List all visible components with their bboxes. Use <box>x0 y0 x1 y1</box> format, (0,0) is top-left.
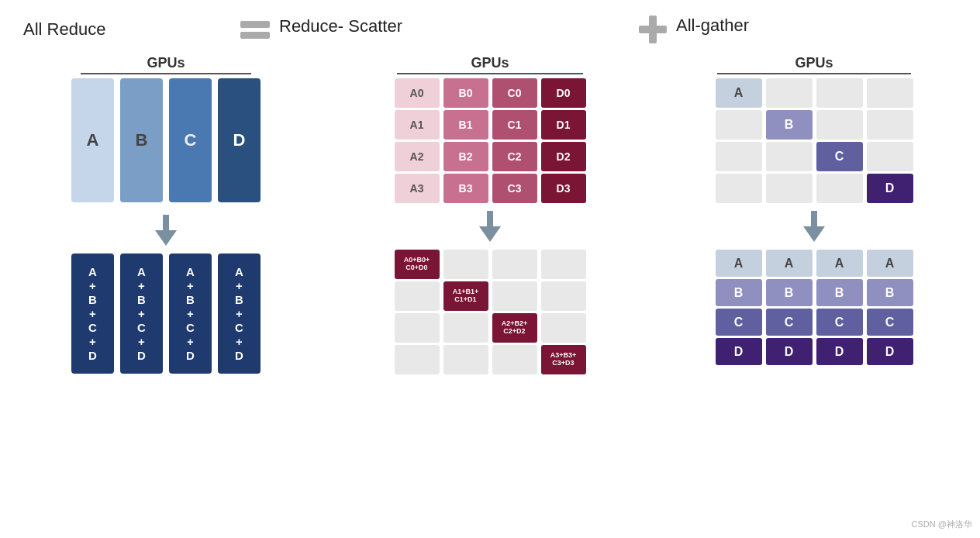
ag-bottom-0-d: D <box>716 338 762 365</box>
ag-top-2-2: C <box>816 142 863 171</box>
all-reduce-title: All Reduce <box>16 19 105 39</box>
equals-bar-top <box>240 21 270 28</box>
rs-col-d: D0 D1 D2 D3 <box>541 78 586 203</box>
ag-bottom-3-a: A <box>867 250 913 277</box>
ag-bottom-1-b: B <box>766 279 813 306</box>
rs-result-2-0 <box>492 250 537 279</box>
rs-cell-c3: C3 <box>492 174 537 203</box>
ag-bottom-1-a: A <box>766 250 813 277</box>
ar-gpu-box-b: B <box>120 78 163 202</box>
equals-icon <box>240 21 270 39</box>
rs-top-grid: A0 A1 A2 A3 B0 B1 B2 B3 C0 C1 C2 C3 D0 <box>395 78 586 203</box>
rs-cell-b1: B1 <box>443 110 488 140</box>
ag-top-col-1: B <box>766 78 813 203</box>
rs-cell-d2: D2 <box>541 142 586 171</box>
rs-result-0-3 <box>395 345 440 374</box>
rs-bottom-col-2: A2+B2+C2+D2 <box>492 250 537 374</box>
all-gather-section: GPUs A B C <box>640 55 964 365</box>
reduce-scatter-title-block: Reduce- Scatter <box>240 16 402 43</box>
ag-gpus-label: GPUs <box>795 55 833 71</box>
ag-bottom-grid: A B C D A B C D A B C D A B <box>716 250 913 365</box>
ag-top-grid: A B C <box>716 78 913 203</box>
main-content: GPUs A B C D A+B+C+D A+B+C+D A+B+C+D A+B… <box>0 43 980 378</box>
rs-gpus-label-wrap: GPUs <box>340 55 640 74</box>
ag-bottom-2-a: A <box>816 250 863 277</box>
rs-result-0-1 <box>395 281 440 311</box>
ag-top-1-1: B <box>766 110 813 140</box>
rs-gpus-line <box>397 73 583 74</box>
rs-gpus-label: GPUs <box>471 55 509 71</box>
ag-top-1-3 <box>766 174 813 203</box>
all-reduce-top-row: A B C D <box>71 78 261 202</box>
rs-bottom-grid: A0+B0+C0+D0 A1+B1+C1+D1 A2+B2+C2+D2 <box>395 250 586 374</box>
rs-result-1-1: A1+B1+C1+D1 <box>443 281 488 311</box>
ag-bottom-col-0: A B C D <box>716 250 762 365</box>
ar-result-box-2: A+B+C+D <box>120 253 163 374</box>
reduce-scatter-section: GPUs A0 A1 A2 A3 B0 B1 B2 B3 C0 C1 <box>316 55 640 374</box>
equals-bar-bottom <box>240 32 270 39</box>
reduce-scatter-title: Reduce- Scatter <box>279 16 402 36</box>
ar-gpu-box-a: A <box>71 78 114 202</box>
ag-bottom-col-2: A B C D <box>816 250 863 365</box>
plus-vertical <box>649 16 657 43</box>
rs-result-3-0 <box>541 250 586 279</box>
ag-bottom-3-c: C <box>867 309 913 336</box>
all-reduce-gpus-label: GPUs <box>147 55 185 71</box>
ag-gpus-line <box>717 73 911 74</box>
rs-cell-a3: A3 <box>395 174 440 203</box>
ag-top-0-2 <box>716 142 762 171</box>
rs-cell-a1: A1 <box>395 110 440 140</box>
arrow-head <box>155 230 177 246</box>
rs-cell-b3: B3 <box>443 174 488 203</box>
ag-bottom-col-1: A B C D <box>766 250 813 365</box>
rs-cell-b2: B2 <box>443 142 488 171</box>
ag-bottom-0-c: C <box>716 309 762 336</box>
rs-col-a: A0 A1 A2 A3 <box>395 78 440 203</box>
rs-result-1-0 <box>443 250 488 279</box>
rs-bottom-col-1: A1+B1+C1+D1 <box>443 250 488 374</box>
ag-bottom-2-d: D <box>816 338 863 365</box>
all-reduce-title-block: All Reduce <box>16 19 240 40</box>
ag-top-0-0: A <box>716 78 762 108</box>
ar-result-box-4: A+B+C+D <box>218 253 261 374</box>
ag-top-3-1 <box>867 110 913 140</box>
rs-result-2-3 <box>492 345 537 374</box>
rs-cell-d1: D1 <box>541 110 586 140</box>
ag-bottom-3-b: B <box>867 279 913 306</box>
all-gather-title: All-gather <box>676 16 749 36</box>
ag-bottom-0-b: B <box>716 279 762 306</box>
rs-cell-c0: C0 <box>492 78 537 108</box>
ag-bottom-1-d: D <box>766 338 813 365</box>
ag-bottom-0-a: A <box>716 250 762 277</box>
ag-bottom-2-c: C <box>816 309 863 336</box>
ag-top-1-2 <box>766 142 813 171</box>
rs-cell-d3: D3 <box>541 174 586 203</box>
ag-top-0-1 <box>716 110 762 140</box>
all-gather-title-block: All-gather <box>639 16 964 43</box>
rs-result-2-2: A2+B2+C2+D2 <box>492 313 537 343</box>
ag-top-2-1 <box>816 110 863 140</box>
ag-bottom-col-3: A B C D <box>867 250 913 365</box>
ag-top-3-0 <box>867 78 913 108</box>
ar-result-box-3: A+B+C+D <box>169 253 212 374</box>
rs-arrow <box>479 211 501 242</box>
ag-bottom-2-b: B <box>816 279 863 306</box>
all-reduce-gpus-label-wrap: GPUs <box>16 55 316 74</box>
ag-arrow <box>803 211 825 242</box>
rs-result-3-2 <box>541 313 586 343</box>
ag-bottom-3-d: D <box>867 338 913 365</box>
all-reduce-section: GPUs A B C D A+B+C+D A+B+C+D A+B+C+D A+B… <box>16 55 316 378</box>
rs-cell-c2: C2 <box>492 142 537 171</box>
rs-result-3-1 <box>541 281 586 311</box>
ag-top-col-2: C <box>816 78 863 203</box>
rs-cell-d0: D0 <box>541 78 586 108</box>
ag-top-0-3 <box>716 174 762 203</box>
all-reduce-gpus-line <box>81 73 251 74</box>
ag-top-col-3: D <box>867 78 913 203</box>
ar-gpu-box-d: D <box>218 78 261 202</box>
ag-top-2-0 <box>816 78 863 108</box>
rs-bottom-col-3: A3+B3+C3+D3 <box>541 250 586 374</box>
plus-icon <box>639 16 667 43</box>
rs-arrow-head <box>479 226 501 242</box>
rs-result-2-1 <box>492 281 537 311</box>
